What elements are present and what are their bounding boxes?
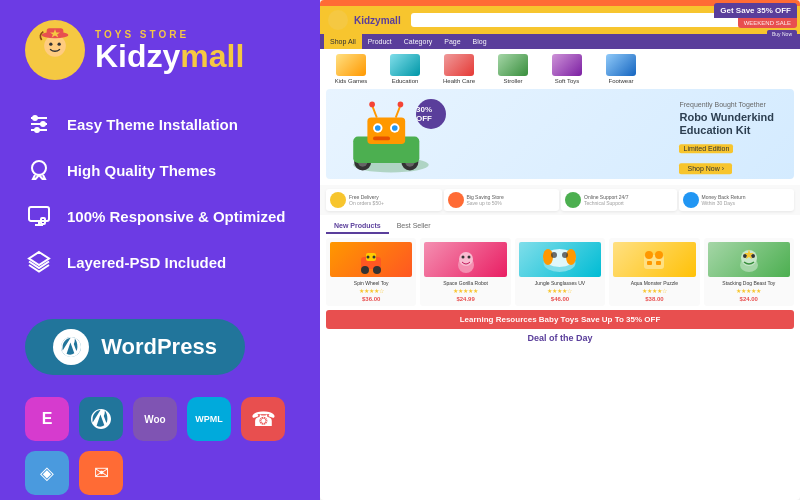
strip-free-delivery: Free DeliveryOn orders $50+ <box>326 189 442 211</box>
svg-rect-14 <box>29 207 49 221</box>
get-save-text: Get Save 35% OFF <box>714 3 797 18</box>
hero-shop-now-btn[interactable]: Shop Now › <box>679 164 732 175</box>
product-img-5 <box>708 242 790 277</box>
feature-high-quality-label: High Quality Themes <box>67 162 216 179</box>
product-img-4 <box>613 242 695 277</box>
svg-point-54 <box>645 251 653 259</box>
feature-easy-install-label: Easy Theme Installation <box>67 116 238 133</box>
svg-point-45 <box>461 255 464 258</box>
product-stars-1: ★★★★☆ <box>359 287 384 294</box>
feature-responsive-label: 100% Responsive & Optimized <box>67 208 285 225</box>
bottom-promo-bar[interactable]: Learning Resources Baby Toys Save Up To … <box>326 310 794 329</box>
category-footwear[interactable]: Footwear <box>596 54 646 84</box>
category-stroller[interactable]: Stroller <box>488 54 538 84</box>
category-img-kids-games <box>336 54 366 76</box>
feature-psd: Layered-PSD Included <box>25 248 295 276</box>
strip-return-text: Money Back ReturnWithin 30 Days <box>702 194 746 207</box>
logo-icon <box>25 20 85 80</box>
category-soft-toys[interactable]: Soft Toys <box>542 54 592 84</box>
category-education[interactable]: Education <box>380 54 430 84</box>
plugin-mailchimp-icon[interactable]: ✉ <box>79 451 123 495</box>
nav-page[interactable]: Page <box>438 34 466 49</box>
tab-best-seller[interactable]: Best Seller <box>389 219 439 234</box>
hero-limited-tag: Limited Edition <box>679 145 733 154</box>
feature-responsive: 100% Responsive & Optimized <box>25 202 295 230</box>
strip-return: Money Back ReturnWithin 30 Days <box>679 189 795 211</box>
svg-point-2 <box>49 43 52 46</box>
svg-point-55 <box>655 251 663 259</box>
buy-now-btn[interactable]: Buy Now <box>767 30 797 38</box>
right-panel: Get Save 35% OFF WEEKEND SALE Buy Now Ki… <box>320 0 800 500</box>
hero-sale-badge: 30% OFF <box>416 99 446 129</box>
nav-product[interactable]: Product <box>362 34 398 49</box>
strip-free-delivery-text: Free DeliveryOn orders $50+ <box>349 194 384 207</box>
category-label-footwear: Footwear <box>608 78 633 84</box>
tab-new-products[interactable]: New Products <box>326 219 389 234</box>
category-label-kids-games: Kids Games <box>335 78 368 84</box>
svg-point-50 <box>566 249 576 265</box>
sale-pill: Get Save 35% OFF WEEKEND SALE Buy Now <box>714 3 797 38</box>
wordpress-label: WordPress <box>101 334 217 360</box>
plugin-box-icon[interactable]: ◈ <box>25 451 69 495</box>
product-price-2: $24.99 <box>456 296 474 302</box>
plugin-wordpress-icon[interactable] <box>79 397 123 441</box>
sliders-icon <box>25 110 53 138</box>
hero-section: Frequently Bought Together Robo Wunderki… <box>326 89 794 179</box>
category-label-education: Education <box>392 78 419 84</box>
wordpress-button[interactable]: WordPress <box>25 319 245 375</box>
feature-psd-label: Layered-PSD Included <box>67 254 226 271</box>
svg-point-51 <box>551 252 557 258</box>
nav-blog[interactable]: Blog <box>467 34 493 49</box>
hero-content: Frequently Bought Together Robo Wunderki… <box>679 93 774 174</box>
plugin-phone-icon[interactable]: ☎ <box>241 397 285 441</box>
category-img-stroller <box>498 54 528 76</box>
svg-point-34 <box>369 102 375 108</box>
logo-text-area: TOYS STORE Kidzymall <box>95 29 244 72</box>
store-search-bar[interactable] <box>411 13 750 27</box>
svg-point-10 <box>33 116 37 120</box>
weekend-sale-text: WEEKEND SALE <box>738 18 797 28</box>
product-card-4[interactable]: Aqua Monster Puzzle ★★★★☆ $38.00 <box>609 238 699 306</box>
plugin-woocommerce-icon[interactable]: Woo <box>133 397 177 441</box>
strip-support: Online Support 24/7Technical Support <box>561 189 677 211</box>
product-img-2 <box>424 242 506 277</box>
svg-point-3 <box>58 43 61 46</box>
svg-point-31 <box>392 125 398 131</box>
nav-shop-all[interactable]: Shop All <box>324 34 362 49</box>
svg-line-33 <box>372 105 377 117</box>
product-price-1: $36.00 <box>362 296 380 302</box>
svg-point-12 <box>35 128 39 132</box>
return-icon <box>683 192 699 208</box>
product-price-3: $46.00 <box>551 296 569 302</box>
product-stars-2: ★★★★★ <box>453 287 478 294</box>
svg-rect-32 <box>373 137 390 141</box>
product-tabs: New Products Best Seller <box>320 215 800 234</box>
svg-point-39 <box>373 266 381 274</box>
feature-easy-install: Easy Theme Installation <box>25 110 295 138</box>
product-price-5: $24.00 <box>740 296 758 302</box>
logo-kidzy: Kidzy <box>95 38 180 74</box>
product-img-3 <box>519 242 601 277</box>
category-img-education <box>390 54 420 76</box>
logo-name: Kidzymall <box>95 40 244 72</box>
monitor-icon <box>25 202 53 230</box>
product-card-3[interactable]: Jungle Sunglasses UV ★★★★☆ $46.00 <box>515 238 605 306</box>
svg-rect-57 <box>656 261 661 265</box>
left-panel: TOYS STORE Kidzymall Easy Theme Installa… <box>0 0 320 500</box>
category-kids-games[interactable]: Kids Games <box>326 54 376 84</box>
nav-category[interactable]: Category <box>398 34 438 49</box>
product-card-5[interactable]: Stacking Dog Beast Toy ★★★★★ $24.00 <box>704 238 794 306</box>
plugin-elementor-icon[interactable]: E <box>25 397 69 441</box>
main-container: TOYS STORE Kidzymall Easy Theme Installa… <box>0 0 800 500</box>
feature-high-quality: High Quality Themes <box>25 156 295 184</box>
svg-point-46 <box>467 255 470 258</box>
plugin-wpml-icon[interactable]: WPML <box>187 397 231 441</box>
product-grid: Spin Wheel Toy ★★★★☆ $36.00 S <box>320 234 800 310</box>
product-card-1[interactable]: Spin Wheel Toy ★★★★☆ $36.00 <box>326 238 416 306</box>
product-card-2[interactable]: Space Gorilla Robot ★★★★★ $24.99 <box>420 238 510 306</box>
saving-icon <box>448 192 464 208</box>
layers-icon <box>25 248 53 276</box>
category-health-care[interactable]: Health Care <box>434 54 484 84</box>
strip-big-saving-text: Big Saving StoreSave up to 50% <box>467 194 504 207</box>
wordpress-logo-circle <box>53 329 89 365</box>
